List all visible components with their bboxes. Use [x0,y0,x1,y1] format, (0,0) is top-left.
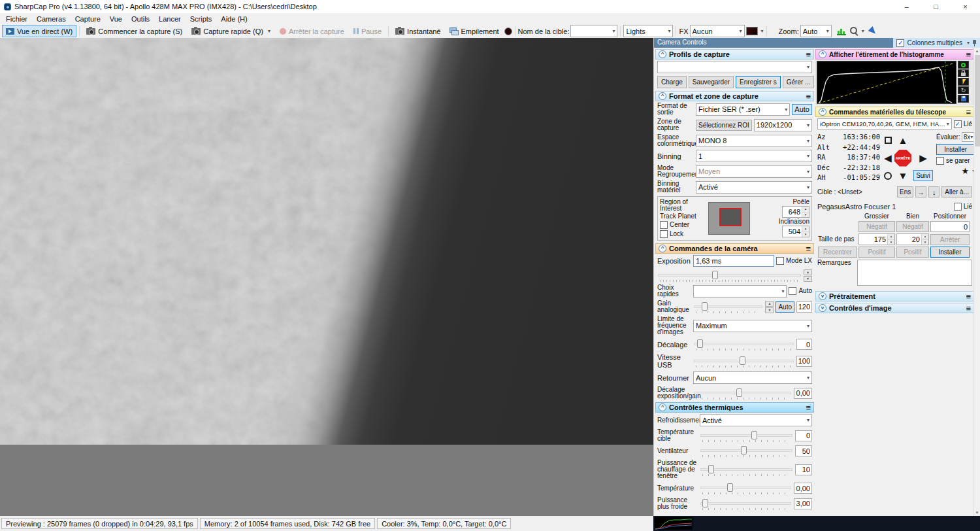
collapse-icon[interactable]: ^ [659,92,666,100]
sensor-color-swatch[interactable] [504,27,512,35]
target-set-button[interactable]: Ens [897,186,913,197]
mount-combobox[interactable]: iOptron CEM120,70,40,26, GEM, HEM, HAE, … [817,118,952,129]
spin-up-icon[interactable]: ▲ [804,269,812,275]
focuser-linked-checkbox[interactable] [954,203,962,211]
menu-fichier[interactable]: Fichier [1,14,32,24]
scrollbar-thumb[interactable] [975,55,980,146]
fine-step-spinner[interactable]: 20 ▲▼ [896,233,929,245]
goto-button[interactable]: Aller à... [941,186,972,197]
frame-type-combobox[interactable]: Lights ▾ [623,25,673,37]
offset-slider[interactable] [693,338,794,351]
spin-down-icon[interactable]: ▼ [802,232,809,237]
slider-thumb[interactable] [702,302,708,311]
fx-combobox[interactable]: Aucun ▾ [690,25,745,37]
slider-thumb[interactable] [751,431,757,439]
target-down-button[interactable]: ↓ [928,186,939,197]
spin-up-icon[interactable]: ▲ [888,234,894,240]
gain-slider[interactable] [693,301,763,313]
profile-save-as-button[interactable]: Enregistrer s [736,76,781,88]
gain-spinner[interactable]: ▲ ▼ [765,301,774,313]
magnifier-icon[interactable] [850,27,858,35]
stack-button[interactable]: Empilement [446,25,502,37]
histogram-save-button[interactable] [958,95,969,103]
snapshot-button[interactable]: Instantané [391,25,444,37]
panel-scrollbar[interactable]: ▲ ▼ [973,48,980,516]
center-checkbox[interactable] [660,221,668,229]
park-checkbox[interactable] [936,157,944,165]
histogram-plot[interactable] [817,61,956,104]
flip-combobox[interactable]: Aucun ▾ [693,371,812,384]
cooling-combobox[interactable]: Activé ▾ [700,414,812,426]
histogram-lock-button[interactable] [958,69,969,77]
fan-slider[interactable] [700,445,793,457]
profile-load-button[interactable]: Charge [657,76,687,88]
exposure-slider[interactable] [657,269,802,282]
quick-capture-button[interactable]: Capture rapide (Q) ▾ [188,25,274,37]
colour-space-combobox[interactable]: MONO 8 ▾ [696,135,812,147]
resolution-combobox[interactable]: 1920x1200 ▾ [754,119,812,131]
lx-mode-checkbox[interactable] [776,257,784,265]
maximize-button[interactable]: □ [921,0,951,13]
collapse-icon[interactable]: ^ [659,403,666,411]
coarse-step-spinner[interactable]: 175 ▲▼ [858,233,895,245]
pan-spinner[interactable]: 648 ▲▼ [782,206,809,218]
spin-up-icon[interactable]: ▲ [802,226,809,232]
histogram-icon[interactable] [837,27,846,35]
spin-down-icon[interactable]: ▼ [765,307,774,313]
slew-west-button[interactable]: ◀ [884,153,892,163]
menu-outils[interactable]: Outils [127,14,154,24]
menu-vue[interactable]: Vue [105,14,127,24]
fps-limit-combobox[interactable]: Maximum ▾ [693,320,812,332]
spin-up-icon[interactable]: ▲ [802,207,809,213]
expand-icon[interactable]: v [819,304,826,312]
tracking-toggle-button[interactable]: Suivi [913,170,933,181]
output-format-combobox[interactable]: Fichier SER (* .ser) ▾ [696,103,790,116]
focuser-position-value[interactable]: 0 [930,221,970,232]
expand-icon[interactable]: v [819,292,826,300]
section-menu-icon[interactable]: ≡ [806,244,811,254]
collapse-icon[interactable]: ^ [819,108,826,116]
gain-auto-button[interactable]: Auto [776,301,794,313]
section-menu-icon[interactable]: ≡ [806,403,811,413]
mount-setup-button[interactable]: Installer [936,144,975,155]
usb-speed-slider[interactable] [693,355,794,368]
stop-slew-button[interactable]: ARRÊTE [894,150,911,167]
menu-scripts[interactable]: Scripts [186,14,217,24]
lock-checkbox[interactable] [660,230,668,238]
zoom-combobox[interactable]: Auto ▾ [800,25,832,37]
fx-preview-swatch[interactable] [746,27,758,35]
spin-down-icon[interactable]: ▼ [922,240,928,245]
spin-down-icon[interactable]: ▼ [888,240,894,245]
menu-aide[interactable]: Aide (H) [216,14,252,24]
target-name-combobox[interactable]: ▾ [570,25,617,37]
chevron-down-icon[interactable]: ▾ [862,28,864,34]
menu-capture[interactable]: Capture [71,14,105,24]
histogram-reset-button[interactable]: ↻ [958,86,969,94]
live-view-button[interactable]: Vue en direct (W) [2,25,76,37]
tilt-spinner[interactable]: 504 ▲▼ [782,226,809,237]
quick-picks-combobox[interactable]: ▾ [693,285,787,298]
pad-square-icon[interactable] [885,137,892,144]
section-menu-icon[interactable]: ≡ [806,50,811,60]
mount-linked-checkbox[interactable]: ✓ [954,120,962,128]
pad-circle-icon[interactable] [884,172,892,180]
slider-thumb[interactable] [712,271,718,279]
scroll-down-icon[interactable]: ▼ [975,509,979,516]
minimize-button[interactable]: – [892,0,921,13]
live-preview-area[interactable] [0,38,653,516]
notes-textarea[interactable] [857,260,972,286]
menu-cameras[interactable]: Cameras [32,14,71,24]
chevron-down-icon[interactable]: ▾ [967,40,970,46]
focuser-setup-button[interactable]: Installer [930,247,970,258]
collapse-icon[interactable]: ^ [659,245,666,252]
section-menu-icon[interactable]: ≡ [966,107,971,117]
histogram-display[interactable]: ↻ [815,60,974,105]
roi-preview[interactable] [708,202,750,235]
histogram-power-button[interactable] [958,61,969,69]
select-roi-button[interactable]: Sélectionnez ROI [696,120,752,131]
spin-down-icon[interactable]: ▼ [802,213,809,218]
spin-down-icon[interactable]: ▼ [804,276,812,282]
exposure-spinner[interactable]: ▲ ▼ [804,269,812,282]
section-menu-icon[interactable]: ≡ [966,50,971,60]
brush-icon[interactable] [868,26,877,36]
